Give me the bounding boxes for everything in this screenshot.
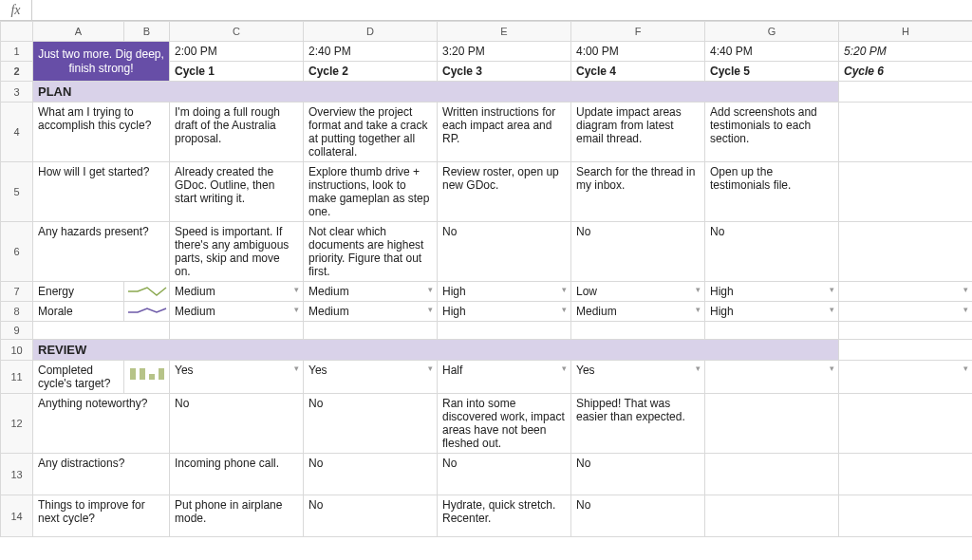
dropdown-cell[interactable]: Medium [304, 282, 438, 302]
dropdown-cell[interactable]: Half [438, 361, 571, 394]
row-header[interactable]: 9 [1, 322, 33, 340]
cell[interactable]: Update impact areas diagram from latest … [571, 103, 705, 162]
dropdown-cell[interactable]: High [705, 302, 839, 322]
col-header[interactable]: D [304, 22, 438, 42]
cell[interactable] [304, 322, 438, 340]
cell[interactable] [705, 322, 839, 340]
question-cell[interactable]: How will I get started? [33, 162, 170, 222]
cell[interactable]: No [438, 222, 571, 282]
cell[interactable]: Ran into some discovered work, impact ar… [438, 394, 571, 454]
row-header[interactable]: 6 [1, 222, 33, 282]
dropdown-cell[interactable]: Low [571, 282, 705, 302]
cell[interactable]: Written instructions for each impact are… [438, 103, 571, 162]
cell[interactable]: 5:20 PM [839, 42, 973, 62]
cell[interactable] [839, 222, 973, 282]
cell[interactable]: No [170, 394, 304, 454]
cell[interactable]: 4:40 PM [705, 42, 839, 62]
row-header[interactable]: 7 [1, 282, 33, 302]
col-header[interactable]: E [438, 22, 571, 42]
dropdown-cell[interactable]: High [705, 282, 839, 302]
question-cell[interactable]: Energy [33, 282, 124, 302]
cell[interactable]: Not clear which documents are highest pr… [304, 222, 438, 282]
dropdown-cell[interactable] [705, 361, 839, 394]
cell[interactable]: No [304, 495, 438, 537]
cell[interactable] [839, 394, 973, 454]
cell[interactable] [839, 162, 973, 222]
cell[interactable]: Explore thumb drive + instructions, look… [304, 162, 438, 222]
col-header[interactable]: B [124, 22, 170, 42]
section-plan[interactable]: PLAN [33, 82, 839, 103]
row-header[interactable]: 13 [1, 454, 33, 495]
row-header[interactable]: 4 [1, 103, 33, 162]
cell[interactable] [705, 394, 839, 454]
cell[interactable]: 2:00 PM [170, 42, 304, 62]
cell[interactable]: Shipped! That was easier than expected. [571, 394, 705, 454]
dropdown-cell[interactable] [839, 282, 973, 302]
col-header[interactable]: A [33, 22, 124, 42]
cell[interactable]: I'm doing a full rough draft of the Aust… [170, 103, 304, 162]
motivation-cell[interactable]: Just two more. Dig deep, finish strong! [33, 42, 170, 82]
question-cell[interactable]: Anything noteworthy? [33, 394, 170, 454]
question-cell[interactable]: Any hazards present? [33, 222, 170, 282]
cell[interactable] [571, 322, 705, 340]
dropdown-cell[interactable] [839, 361, 973, 394]
cell[interactable]: Cycle 1 [170, 62, 304, 82]
question-cell[interactable]: Any distractions? [33, 454, 170, 495]
question-cell[interactable]: Things to improve for next cycle? [33, 495, 170, 537]
cell[interactable]: Open up the testimonials file. [705, 162, 839, 222]
row-header[interactable]: 5 [1, 162, 33, 222]
row-header[interactable]: 12 [1, 394, 33, 454]
cell[interactable]: Overview the project format and take a c… [304, 103, 438, 162]
dropdown-cell[interactable]: High [438, 282, 571, 302]
cell[interactable] [705, 495, 839, 537]
cell[interactable] [705, 454, 839, 495]
cell[interactable]: Cycle 5 [705, 62, 839, 82]
dropdown-cell[interactable] [839, 302, 973, 322]
formula-input[interactable] [32, 0, 972, 20]
row-header[interactable]: 10 [1, 340, 33, 361]
cell[interactable]: 4:00 PM [571, 42, 705, 62]
col-header[interactable]: H [839, 22, 973, 42]
col-header[interactable]: F [571, 22, 705, 42]
cell[interactable]: No [304, 394, 438, 454]
cell[interactable]: No [571, 495, 705, 537]
cell[interactable]: 2:40 PM [304, 42, 438, 62]
cell[interactable]: Cycle 4 [571, 62, 705, 82]
cell[interactable] [839, 454, 973, 495]
dropdown-cell[interactable]: Medium [571, 302, 705, 322]
row-header[interactable]: 1 [1, 42, 33, 62]
cell[interactable] [170, 322, 304, 340]
row-header[interactable]: 8 [1, 302, 33, 322]
cell[interactable] [839, 340, 973, 361]
cell[interactable]: Incoming phone call. [170, 454, 304, 495]
cell[interactable]: Hydrate, quick stretch. Recenter. [438, 495, 571, 537]
cell[interactable]: Put phone in airplane mode. [170, 495, 304, 537]
cell[interactable] [839, 322, 973, 340]
cell[interactable]: Already created the GDoc. Outline, then … [170, 162, 304, 222]
section-review[interactable]: REVIEW [33, 340, 839, 361]
cell[interactable] [839, 103, 973, 162]
cell[interactable]: No [304, 454, 438, 495]
dropdown-cell[interactable]: Yes [571, 361, 705, 394]
row-header[interactable]: 14 [1, 495, 33, 537]
dropdown-cell[interactable]: Yes [170, 361, 304, 394]
cell[interactable]: Add screenshots and testimonials to each… [705, 103, 839, 162]
col-header[interactable]: G [705, 22, 839, 42]
cell[interactable]: No [438, 454, 571, 495]
cell[interactable] [438, 322, 571, 340]
row-header[interactable]: 3 [1, 82, 33, 103]
dropdown-cell[interactable]: Yes [304, 361, 438, 394]
cell[interactable] [839, 82, 973, 103]
cell[interactable]: Review roster, open up new GDoc. [438, 162, 571, 222]
col-header[interactable]: C [170, 22, 304, 42]
grid[interactable]: A B C D E F G H 1 Just two more. Dig dee… [0, 21, 972, 537]
corner-cell[interactable] [1, 22, 33, 42]
cell[interactable]: Cycle 3 [438, 62, 571, 82]
dropdown-cell[interactable]: Medium [170, 282, 304, 302]
cell[interactable]: No [571, 454, 705, 495]
question-cell[interactable]: Completed cycle's target? [33, 361, 124, 394]
cell[interactable]: No [705, 222, 839, 282]
row-header[interactable]: 11 [1, 361, 33, 394]
dropdown-cell[interactable]: Medium [304, 302, 438, 322]
cell[interactable]: Speed is important. If there's any ambig… [170, 222, 304, 282]
